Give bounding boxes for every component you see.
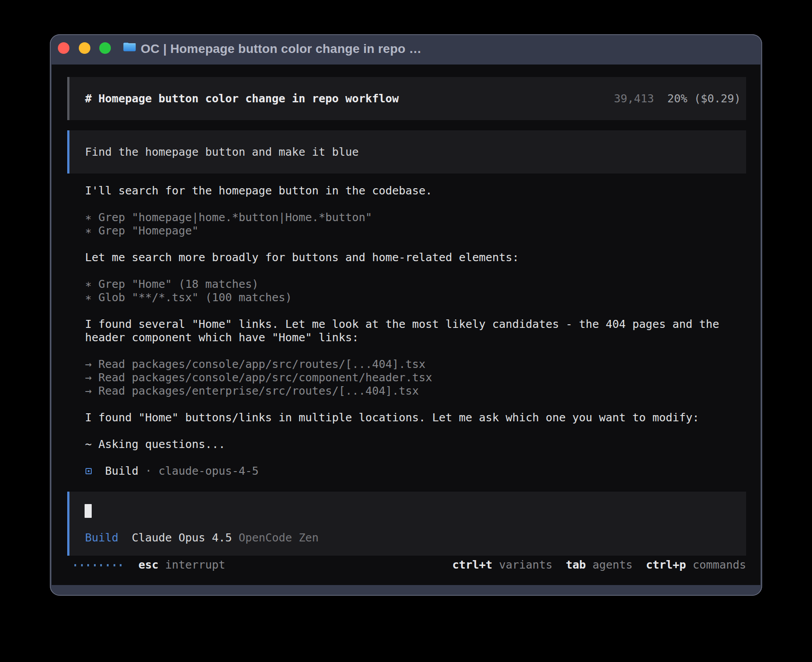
context-usage: 20% ($0.29) [667,92,741,105]
assistant-text: I'll search for the homepage button in t… [85,184,432,198]
input-agent-label[interactable]: Build [85,531,118,544]
tool-call-grep: ∗ Grep "Home" (18 matches) [85,278,259,291]
ctrl-t-label: variants [499,558,552,571]
agent-model: · claude-opus-4-5 [138,464,259,477]
session-stats: 39,41320% ($0.29) [614,92,741,105]
tool-call-read: → Read packages/console/app/src/routes/[… [85,358,426,371]
tab-label: agents [593,558,633,571]
assistant-status: ~ Asking questions... [85,438,225,451]
assistant-text: header component which have "Home" links… [85,331,359,344]
input-model-label[interactable]: Claude Opus 4.5 [132,531,232,544]
tab-key-hint: tab [566,558,586,571]
token-count: 39,413 [614,92,654,105]
assistant-text: I found several "Home" links. Let me loo… [85,318,719,331]
window-title: OC | Homepage button color change in rep… [141,41,422,57]
tool-call-read: → Read packages/enterprise/src/routes/[.… [85,384,419,398]
terminal-content: # Homepage button color change in repo w… [52,65,760,585]
build-agent-icon [85,468,92,474]
session-title: # Homepage button color change in repo w… [85,92,399,105]
input-provider-label: OpenCode Zen [239,531,319,544]
agent-name: Build [105,464,138,477]
tool-call-glob: ∗ Glob "**/*.tsx" (100 matches) [85,291,292,304]
folder-icon [123,41,136,52]
ctrl-p-label: commands [693,558,746,571]
assistant-text: I found "Home" buttons/links in multiple… [85,411,699,424]
esc-key-hint: esc [138,558,158,571]
prompt-input[interactable]: BuildClaude Opus 4.5OpenCode Zen [67,492,746,556]
titlebar[interactable]: OC | Homepage button color change in rep… [50,34,762,65]
tool-call-read: → Read packages/console/app/src/componen… [85,371,432,384]
tool-call-grep: ∗ Grep "Homepage" [85,224,199,238]
user-message-text: Find the homepage button and make it blu… [85,145,359,159]
status-bar: escinterrupt ctrl+tvariantstabagentsctrl… [52,558,759,572]
tool-call-grep: ∗ Grep "homepage|home.*button|Home.*butt… [85,211,372,224]
esc-key-label: interrupt [165,558,225,571]
text-cursor [85,504,92,518]
minimize-button[interactable] [79,42,90,54]
assistant-text: Let me search more broadly for buttons a… [85,251,519,264]
terminal-window: OC | Homepage button color change in rep… [50,34,762,596]
close-button[interactable] [58,42,69,54]
zoom-button[interactable] [99,42,111,54]
ctrl-p-key-hint: ctrl+p [646,558,686,571]
ctrl-t-key-hint: ctrl+t [452,558,492,571]
session-header: # Homepage button color change in repo w… [67,77,746,120]
user-message: Find the homepage button and make it blu… [67,130,746,174]
